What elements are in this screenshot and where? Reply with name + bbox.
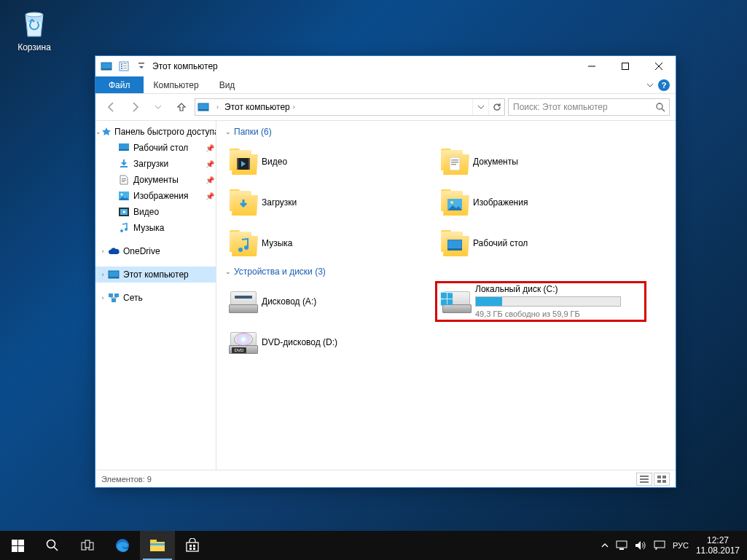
svg-rect-62 [150,542,165,551]
system-menu-icon[interactable] [98,58,114,74]
tray-volume-icon[interactable] [635,540,646,551]
nav-forward-button[interactable] [125,97,145,117]
folder-videos[interactable]: Видео [224,141,435,182]
svg-point-27 [125,228,128,231]
qat-dropdown-icon[interactable] [133,58,149,74]
folder-pictures[interactable]: Изображения [435,182,646,223]
svg-point-42 [238,248,243,252]
tree-quick-access[interactable]: ⌄ Панель быстрого доступа [95,124,216,140]
tray-language[interactable]: РУС [673,541,689,550]
svg-rect-37 [451,159,458,161]
minimize-button[interactable] [575,56,609,76]
maximize-button[interactable] [609,56,642,76]
svg-rect-69 [193,548,195,550]
taskbar-search-button[interactable] [35,531,70,560]
svg-rect-71 [619,548,624,550]
svg-rect-14 [198,109,208,111]
tree-downloads[interactable]: Загрузки 📌 [95,156,216,172]
svg-point-41 [450,201,453,204]
pin-icon: 📌 [206,160,214,168]
taskbar-store[interactable] [175,531,210,560]
recycle-bin-icon [17,6,52,41]
tree-videos[interactable]: Видео [95,204,216,220]
ribbon-expand-icon[interactable] [646,82,654,89]
tray-clock[interactable]: 12:27 11.08.2017 [696,535,740,556]
drive-dvd[interactable]: DVD DVD-дисковод (D:) [224,322,435,363]
drive-floppy[interactable]: Дисковод (A:) [224,281,435,322]
titlebar: Этот компьютер [95,56,676,76]
nav-back-button[interactable] [101,97,122,117]
downloads-icon [117,158,130,170]
close-button[interactable] [642,56,676,76]
help-button[interactable]: ? [658,79,670,91]
svg-rect-65 [187,543,198,551]
tree-pictures[interactable]: Изображения 📌 [95,188,216,204]
drive-c-label: Локальный диск (C:) [475,283,643,295]
desktop-recycle-bin[interactable]: Корзина [9,6,60,52]
svg-rect-7 [123,63,127,64]
svg-rect-53 [12,540,17,545]
drive-c-sublabel: 49,3 ГБ свободно из 59,9 ГБ [475,308,643,320]
svg-rect-48 [640,481,649,483]
star-icon [101,126,112,138]
tree-network[interactable]: › Сеть [95,290,216,306]
tray-network-icon[interactable] [616,540,627,551]
svg-rect-70 [617,541,627,548]
folder-downloads[interactable]: Загрузки [224,182,435,223]
svg-rect-29 [109,277,119,278]
folder-desktop[interactable]: Рабочий стол [435,223,646,264]
videos-icon [117,206,130,218]
svg-rect-32 [112,299,116,302]
ribbon-tab-view[interactable]: Вид [209,76,246,93]
start-button[interactable] [0,531,35,560]
navigation-pane: ⌄ Панель быстрого доступа Рабочий стол 📌… [95,121,216,470]
documents-icon [117,174,130,186]
svg-rect-6 [121,68,122,69]
svg-rect-44 [447,240,462,250]
status-bar: Элементов: 9 [95,470,676,487]
refresh-button[interactable] [488,99,504,115]
tree-onedrive[interactable]: › OneDrive [95,243,216,259]
search-placeholder: Поиск: Этот компьютер [513,102,608,112]
svg-rect-64 [150,543,165,545]
tree-desktop[interactable]: Рабочий стол 📌 [95,140,216,156]
view-details-button[interactable] [636,473,652,486]
search-box[interactable]: Поиск: Этот компьютер [508,98,670,116]
breadcrumb-separator[interactable]: › [212,103,222,111]
nav-up-button[interactable] [171,97,192,117]
folder-music[interactable]: Музыка [224,223,435,264]
group-header-folders[interactable]: ⌄ Папки (6) [224,124,668,141]
tray-chevron-up-icon[interactable] [601,542,609,549]
tree-documents[interactable]: Документы 📌 [95,172,216,188]
address-history-dropdown[interactable] [472,99,488,115]
tree-music[interactable]: Музыка [95,220,216,236]
status-count: Элементов: 9 [101,475,152,484]
tray-action-center-icon[interactable] [654,540,665,551]
taskbar-edge[interactable] [105,531,140,560]
svg-rect-11 [588,66,595,67]
window-title: Этот компьютер [149,61,575,71]
onedrive-icon [107,245,120,257]
group-header-devices[interactable]: ⌄ Устройства и диски (3) [224,264,668,281]
svg-rect-5 [121,66,122,67]
view-tiles-button[interactable] [654,473,670,486]
folder-icon [437,185,473,220]
system-tray: РУС 12:27 11.08.2017 [601,535,747,556]
task-view-button[interactable] [70,531,105,560]
desktop-icon [117,142,130,154]
svg-rect-50 [662,476,666,478]
breadcrumb-root[interactable]: Этот компьютер› [222,102,298,112]
nav-recent-dropdown[interactable] [148,97,168,117]
ribbon-tab-computer[interactable]: Компьютер [144,76,209,93]
svg-rect-12 [622,63,629,70]
tree-this-pc[interactable]: › Этот компьютер [95,267,216,283]
ribbon-file-tab[interactable]: Файл [95,76,144,93]
chevron-down-icon: ⌄ [225,268,231,275]
drive-c-highlighted[interactable]: Локальный диск (C:) 49,3 ГБ свободно из … [435,281,646,322]
folder-icon [437,226,473,261]
svg-rect-21 [122,181,125,182]
qat-properties-icon[interactable] [116,58,132,74]
address-bar[interactable]: › Этот компьютер› [195,98,505,116]
folder-documents[interactable]: Документы [435,141,646,182]
taskbar-explorer[interactable] [140,531,175,560]
